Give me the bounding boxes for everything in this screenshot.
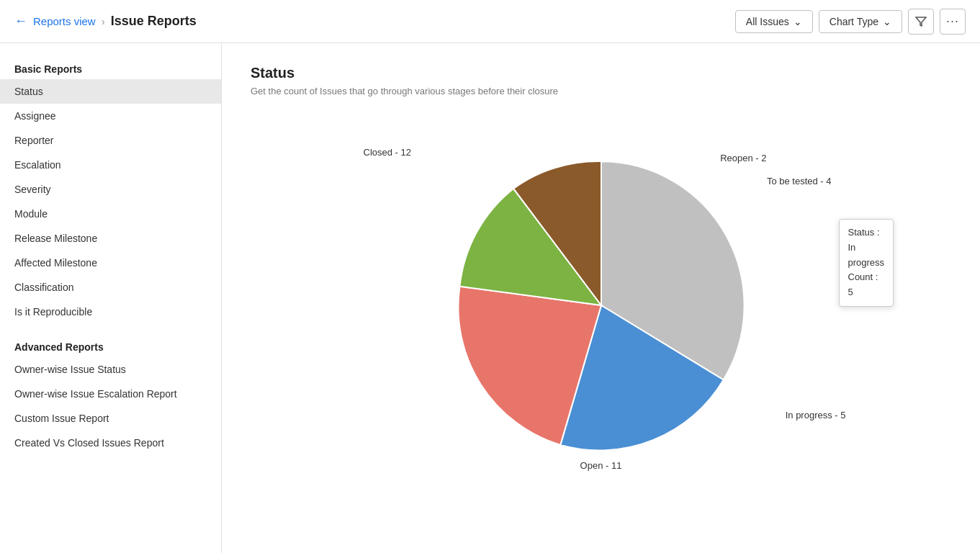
layout: Basic Reports Status Assignee Reporter E…: [0, 43, 980, 553]
sidebar-item-status[interactable]: Status: [0, 79, 221, 104]
sidebar-item-reporter[interactable]: Reporter: [0, 128, 221, 153]
more-icon: ···: [946, 14, 959, 29]
basic-reports-title: Basic Reports: [0, 58, 221, 79]
sidebar-item-reproducible[interactable]: Is it Reproducible: [0, 300, 221, 324]
sidebar-item-escalation[interactable]: Escalation: [0, 153, 221, 177]
sidebar-item-created-vs-closed[interactable]: Created Vs Closed Issues Report: [0, 431, 221, 455]
chevron-down-icon-2: ⌄: [883, 16, 891, 27]
sidebar-item-owner-escalation[interactable]: Owner-wise Issue Escalation Report: [0, 382, 221, 406]
breadcrumb-reports-link[interactable]: Reports view: [33, 15, 96, 27]
chart-area: Closed - 12 Open - 11 In progress - 5 To…: [251, 118, 951, 493]
advanced-reports-title: Advanced Reports: [0, 336, 221, 357]
chart-tooltip: Status : In progress Count : 5: [839, 219, 894, 307]
filter-icon: [915, 16, 927, 27]
main-content: Status Get the count of Issues that go t…: [222, 43, 980, 553]
tooltip-line2: Count : 5: [848, 270, 885, 300]
label-open: Open - 11: [580, 460, 622, 471]
header: ← Reports view › Issue Reports All Issue…: [0, 0, 980, 43]
report-title: Status: [251, 65, 951, 81]
filter-button[interactable]: [908, 9, 934, 35]
tooltip-line1: Status : In progress: [848, 225, 885, 270]
pie-chart[interactable]: [450, 154, 752, 457]
sidebar-item-affected-milestone[interactable]: Affected Milestone: [0, 251, 221, 275]
sidebar-item-classification[interactable]: Classification: [0, 275, 221, 300]
svg-marker-0: [916, 17, 926, 26]
label-closed: Closed - 12: [364, 147, 411, 158]
sidebar-item-release-milestone[interactable]: Release Milestone: [0, 226, 221, 251]
chart-type-label: Chart Type: [830, 16, 878, 27]
page-title: Issue Reports: [111, 14, 197, 29]
label-in-progress: In progress - 5: [786, 410, 846, 421]
all-issues-label: All Issues: [746, 16, 789, 27]
label-to-be-tested: To be tested - 4: [767, 176, 832, 186]
all-issues-dropdown[interactable]: All Issues ⌄: [735, 10, 813, 33]
chevron-down-icon: ⌄: [794, 16, 802, 27]
header-actions: All Issues ⌄ Chart Type ⌄ ···: [735, 9, 966, 35]
sidebar-item-assignee[interactable]: Assignee: [0, 104, 221, 128]
chart-wrapper: Closed - 12 Open - 11 In progress - 5 To…: [349, 118, 853, 493]
sidebar-divider: [0, 324, 221, 336]
sidebar-item-custom-report[interactable]: Custom Issue Report: [0, 406, 221, 431]
back-arrow-icon[interactable]: ←: [14, 14, 27, 29]
breadcrumb: ← Reports view › Issue Reports: [14, 14, 197, 29]
breadcrumb-separator: ›: [102, 15, 105, 27]
sidebar: Basic Reports Status Assignee Reporter E…: [0, 43, 222, 553]
sidebar-item-owner-status[interactable]: Owner-wise Issue Status: [0, 357, 221, 382]
more-options-button[interactable]: ···: [940, 9, 966, 35]
report-subtitle: Get the count of Issues that go through …: [251, 86, 951, 96]
sidebar-item-module[interactable]: Module: [0, 202, 221, 226]
label-reopen: Reopen - 2: [720, 153, 766, 163]
chart-type-dropdown[interactable]: Chart Type ⌄: [819, 10, 902, 33]
sidebar-item-severity[interactable]: Severity: [0, 177, 221, 202]
